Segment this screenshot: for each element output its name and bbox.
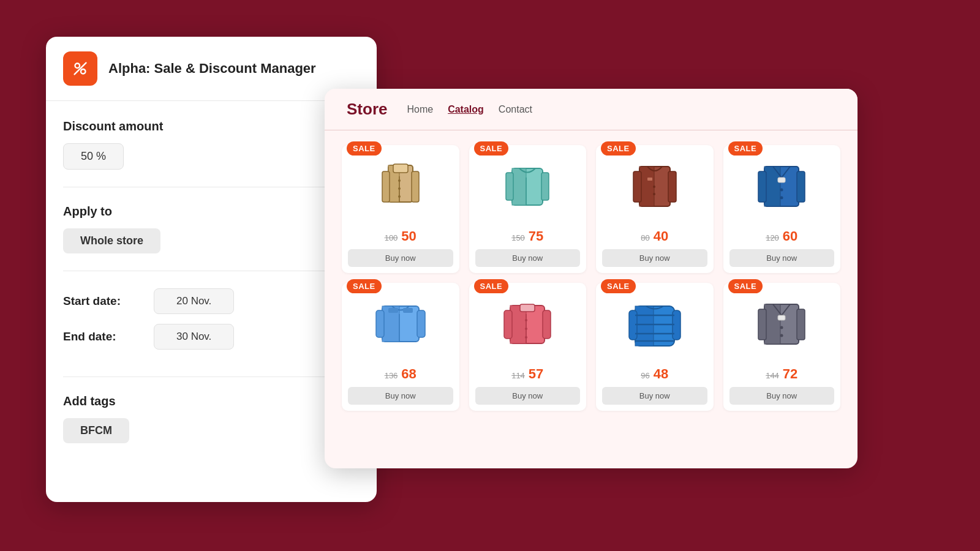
discount-value[interactable]: 50 % — [63, 143, 124, 170]
sale-badge: SALE — [601, 141, 636, 156]
end-date-value[interactable]: 30 Nov. — [154, 324, 234, 350]
price-row: 80 40 — [641, 228, 668, 244]
apply-to-value[interactable]: Whole store — [63, 228, 160, 253]
product-card: SALE 114 57 Buy now — [469, 283, 587, 411]
product-image — [367, 294, 434, 361]
tags-label: Add tags — [63, 394, 360, 408]
sale-price: 75 — [529, 228, 543, 244]
svg-rect-41 — [543, 310, 551, 339]
original-price: 100 — [385, 233, 398, 242]
svg-point-30 — [780, 197, 783, 200]
price-row: 114 57 — [511, 366, 543, 382]
svg-point-0 — [75, 64, 80, 69]
product-card: SALE 96 48 Buy now — [596, 283, 714, 411]
price-row: 120 60 — [766, 228, 797, 244]
end-date-row: End date: 30 Nov. — [63, 324, 360, 350]
svg-rect-59 — [778, 315, 785, 320]
product-image — [748, 156, 815, 223]
product-card: SALE 120 60 Buy now — [723, 145, 841, 273]
svg-rect-36 — [388, 308, 398, 313]
svg-rect-20 — [668, 171, 676, 202]
svg-point-45 — [525, 328, 527, 330]
svg-point-61 — [780, 334, 783, 337]
product-image — [494, 294, 561, 361]
product-image — [494, 156, 561, 223]
tags-value[interactable]: BFCM — [63, 418, 129, 443]
original-price: 120 — [766, 233, 779, 242]
svg-rect-6 — [412, 171, 419, 202]
svg-rect-13 — [512, 168, 526, 205]
price-row: 136 68 — [385, 366, 417, 382]
nav-contact[interactable]: Contact — [499, 104, 532, 115]
product-image — [748, 294, 815, 361]
store-panel: Store Home Catalog Contact SALE 100 50 B… — [325, 89, 858, 468]
sale-badge: SALE — [474, 279, 509, 293]
svg-rect-27 — [797, 171, 805, 202]
end-date-label: End date: — [63, 330, 143, 343]
svg-rect-40 — [504, 310, 512, 339]
buy-now-button[interactable]: Buy now — [602, 387, 707, 405]
product-card: SALE 136 68 Buy now — [342, 283, 459, 411]
svg-rect-19 — [633, 171, 641, 202]
product-image — [621, 156, 688, 223]
product-card: SALE 150 75 Buy now — [469, 145, 587, 273]
product-card: SALE 100 50 Buy now — [342, 145, 459, 273]
original-price: 144 — [766, 371, 779, 380]
sale-badge: SALE — [728, 279, 763, 293]
start-date-label: Start date: — [63, 294, 143, 308]
discount-section: Discount amount 50 % — [63, 119, 360, 187]
svg-point-10 — [398, 187, 401, 190]
store-header: Store Home Catalog Contact — [325, 89, 858, 130]
svg-rect-14 — [506, 173, 513, 200]
tags-section: Add tags BFCM — [63, 394, 360, 460]
sale-badge: SALE — [728, 141, 763, 156]
svg-rect-15 — [541, 173, 549, 200]
sale-price: 60 — [783, 228, 797, 244]
svg-point-46 — [525, 336, 527, 339]
svg-point-29 — [780, 189, 783, 192]
sale-price: 50 — [401, 228, 416, 244]
svg-rect-34 — [417, 310, 425, 337]
svg-rect-58 — [797, 309, 805, 340]
svg-point-9 — [398, 179, 401, 182]
start-date-value[interactable]: 20 Nov. — [154, 288, 234, 314]
original-price: 114 — [511, 371, 525, 380]
sale-badge: SALE — [601, 279, 636, 293]
buy-now-button[interactable]: Buy now — [348, 387, 453, 405]
app-icon — [63, 51, 97, 86]
original-price: 96 — [641, 371, 649, 380]
sale-price: 57 — [529, 366, 543, 382]
nav-catalog[interactable]: Catalog — [448, 104, 484, 115]
buy-now-button[interactable]: Buy now — [729, 249, 835, 267]
dates-section: Start date: 20 Nov. End date: 30 Nov. — [63, 288, 360, 377]
sale-badge: SALE — [474, 141, 509, 156]
price-row: 100 50 — [385, 228, 417, 244]
price-row: 96 48 — [641, 366, 668, 382]
svg-rect-57 — [758, 309, 766, 340]
admin-app-title: Alpha: Sale & Discount Manager — [108, 61, 316, 77]
apply-to-label: Apply to — [63, 204, 360, 219]
svg-rect-48 — [635, 306, 654, 346]
nav-home[interactable]: Home — [407, 104, 433, 115]
sale-price: 40 — [654, 228, 668, 244]
buy-now-button[interactable]: Buy now — [729, 387, 835, 405]
svg-point-11 — [398, 195, 401, 198]
svg-point-44 — [525, 319, 527, 321]
svg-rect-26 — [758, 171, 766, 202]
sale-price: 68 — [401, 366, 416, 382]
svg-rect-28 — [778, 178, 785, 182]
product-card: SALE 144 72 Buy now — [723, 283, 841, 411]
products-grid: SALE 100 50 Buy now SALE — [325, 130, 858, 425]
buy-now-button[interactable]: Buy now — [475, 387, 581, 405]
buy-now-button[interactable]: Buy now — [348, 249, 453, 267]
product-image — [367, 156, 434, 223]
sale-badge: SALE — [347, 141, 382, 156]
svg-point-23 — [653, 193, 655, 195]
buy-now-button[interactable]: Buy now — [602, 249, 707, 267]
price-row: 150 75 — [511, 228, 543, 244]
svg-point-60 — [780, 326, 783, 329]
sale-price: 72 — [783, 366, 797, 382]
buy-now-button[interactable]: Buy now — [475, 249, 581, 267]
store-nav: Home Catalog Contact — [407, 104, 532, 115]
apply-to-section: Apply to Whole store — [63, 204, 360, 271]
